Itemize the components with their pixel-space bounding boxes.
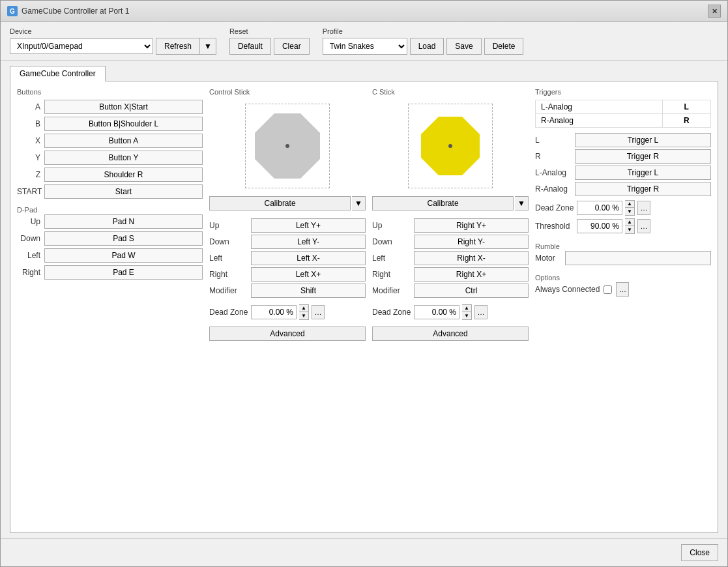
- device-group: Device XInput/0/Gamepad Refresh ▼: [10, 27, 216, 55]
- trigger-deadzone-spinners: ▲ ▼: [625, 200, 635, 216]
- cstick-row-mapping-4[interactable]: Ctrl: [414, 284, 529, 298]
- device-select[interactable]: XInput/0/Gamepad: [10, 38, 153, 54]
- button-label-4: Z: [17, 170, 40, 179]
- trigger-deadzone-ellipsis[interactable]: …: [637, 201, 650, 215]
- trigger-deadzone-up[interactable]: ▲: [625, 201, 634, 208]
- trigger-deadzone-input[interactable]: [577, 201, 622, 215]
- trigger-rows: L Trigger L R Trigger R L-Analog Trigger…: [535, 133, 711, 196]
- cs-row-mapping-3[interactable]: Left X+: [251, 267, 366, 282]
- c-stick-rows: Up Right Y+ Down Right Y- Left Right X- …: [372, 218, 529, 298]
- trigger-analog-row-l: L-Analog L: [536, 100, 711, 114]
- trigger-deadzone-down[interactable]: ▼: [625, 208, 634, 215]
- button-mapping-2[interactable]: Button A: [44, 134, 203, 148]
- dpad-row: Down Pad S: [17, 231, 203, 246]
- reset-group: Reset Default Clear: [229, 27, 310, 55]
- button-label-0: A: [17, 102, 40, 111]
- trigger-row-mapping-0[interactable]: Trigger L: [575, 133, 711, 147]
- button-mapping-1[interactable]: Button B|Shoulder L: [44, 117, 203, 131]
- dpad-row: Left Pad W: [17, 248, 203, 263]
- trigger-row-mapping-1[interactable]: Trigger R: [575, 149, 711, 164]
- cstick-row-label-2: Left: [372, 254, 411, 263]
- button-mapping-5[interactable]: Start: [44, 184, 203, 199]
- control-stick-calibrate-row: Calibrate ▼: [209, 196, 366, 211]
- trigger-row-mapping-2[interactable]: Trigger L: [575, 166, 711, 180]
- control-stick-advanced-button[interactable]: Advanced: [209, 327, 366, 341]
- control-stick-row: Down Left Y-: [209, 235, 366, 249]
- load-button[interactable]: Load: [410, 38, 444, 55]
- control-stick-calibrate-button[interactable]: Calibrate: [209, 196, 351, 211]
- cstick-row-label-4: Modifier: [372, 286, 411, 295]
- always-connected-checkbox[interactable]: [604, 285, 612, 294]
- trigger-row: L-Analog Trigger L: [535, 166, 711, 180]
- options-ellipsis[interactable]: …: [616, 282, 629, 297]
- button-label-2: X: [17, 136, 40, 145]
- profile-select[interactable]: Twin Snakes: [323, 38, 407, 55]
- button-mapping-0[interactable]: Button X|Start: [44, 100, 203, 114]
- cstick-row-label-0: Up: [372, 221, 411, 230]
- cstick-row-mapping-2[interactable]: Right X-: [414, 251, 529, 265]
- control-stick-deadzone-up[interactable]: ▲: [299, 305, 308, 312]
- trigger-threshold-up[interactable]: ▲: [625, 219, 634, 226]
- buttons-title: Buttons: [17, 88, 203, 96]
- cstick-row-mapping-3[interactable]: Right X+: [414, 267, 529, 282]
- control-stick-deadzone-down[interactable]: ▼: [299, 312, 308, 319]
- button-mapping-4[interactable]: Shoulder R: [44, 167, 203, 182]
- control-stick-calibrate-arrow[interactable]: ▼: [352, 196, 366, 211]
- trigger-threshold-input[interactable]: [577, 219, 622, 233]
- tab-bar: GameCube Controller: [10, 66, 718, 81]
- control-stick-deadzone-ellipsis[interactable]: …: [312, 305, 325, 319]
- cs-row-label-3: Right: [209, 270, 248, 279]
- clear-button[interactable]: Clear: [274, 38, 310, 55]
- dpad-grid: Up Pad N Down Pad S Left Pad W Right Pad…: [17, 214, 203, 280]
- control-stick-deadzone-input[interactable]: [251, 305, 297, 319]
- cstick-row-mapping-0[interactable]: Right Y+: [414, 218, 529, 233]
- c-stick-row: Right Right X+: [372, 267, 529, 282]
- trigger-threshold-label: Threshold: [535, 222, 574, 231]
- dpad-row: Up Pad N: [17, 214, 203, 229]
- trigger-threshold-spinners: ▲ ▼: [625, 218, 635, 234]
- c-stick-calibrate-button[interactable]: Calibrate: [372, 196, 514, 211]
- window-close-button[interactable]: ✕: [708, 5, 721, 18]
- c-stick-deadzone-ellipsis[interactable]: …: [474, 305, 488, 319]
- c-stick-calibrate-arrow[interactable]: ▼: [515, 196, 529, 211]
- trigger-threshold-ellipsis[interactable]: …: [637, 219, 650, 233]
- button-mapping-3[interactable]: Button Y: [44, 151, 203, 165]
- cs-row-mapping-2[interactable]: Left X-: [251, 251, 366, 265]
- motor-input[interactable]: [565, 251, 711, 265]
- refresh-dropdown-button[interactable]: ▼: [199, 38, 216, 55]
- refresh-button[interactable]: Refresh: [156, 38, 199, 55]
- buttons-grid: A Button X|Start B Button B|Shoulder L X…: [17, 100, 203, 199]
- footer: Close: [1, 538, 727, 566]
- cs-row-mapping-4[interactable]: Shift: [251, 284, 366, 298]
- c-stick-deadzone-spinners: ▲ ▼: [462, 304, 472, 320]
- c-stick-deadzone-input[interactable]: [414, 305, 459, 319]
- dpad-mapping-3[interactable]: Pad E: [44, 265, 203, 280]
- save-button[interactable]: Save: [446, 38, 481, 55]
- button-row: START Start: [17, 184, 203, 199]
- button-row: Z Shoulder R: [17, 167, 203, 182]
- control-stick-rows: Up Left Y+ Down Left Y- Left Left X- Rig…: [209, 218, 366, 298]
- close-button[interactable]: Close: [681, 544, 718, 561]
- trigger-threshold-down[interactable]: ▼: [625, 226, 634, 233]
- default-button[interactable]: Default: [229, 38, 271, 55]
- delete-button[interactable]: Delete: [484, 38, 524, 55]
- dpad-row: Right Pad E: [17, 265, 203, 280]
- dpad-mapping-1[interactable]: Pad S: [44, 231, 203, 246]
- trigger-row-label-0: L: [535, 136, 571, 145]
- c-stick-advanced-button[interactable]: Advanced: [372, 327, 529, 341]
- c-stick-dot: [448, 144, 452, 148]
- button-label-1: B: [17, 119, 40, 128]
- trigger-row-mapping-3[interactable]: Trigger R: [575, 182, 711, 196]
- trigger-row: R-Analog Trigger R: [535, 182, 711, 196]
- motor-label: Motor: [535, 254, 561, 263]
- dpad-mapping-0[interactable]: Pad N: [44, 214, 203, 229]
- c-stick-deadzone-up[interactable]: ▲: [462, 305, 471, 312]
- gamecube-controller-tab[interactable]: GameCube Controller: [10, 66, 106, 81]
- control-stick-row: Left Left X-: [209, 251, 366, 265]
- c-stick-deadzone-down[interactable]: ▼: [462, 312, 471, 319]
- cstick-row-mapping-1[interactable]: Right Y-: [414, 235, 529, 249]
- c-stick-deadzone-label: Dead Zone: [372, 308, 411, 317]
- cs-row-mapping-0[interactable]: Left Y+: [251, 218, 366, 233]
- dpad-mapping-2[interactable]: Pad W: [44, 248, 203, 263]
- cs-row-mapping-1[interactable]: Left Y-: [251, 235, 366, 249]
